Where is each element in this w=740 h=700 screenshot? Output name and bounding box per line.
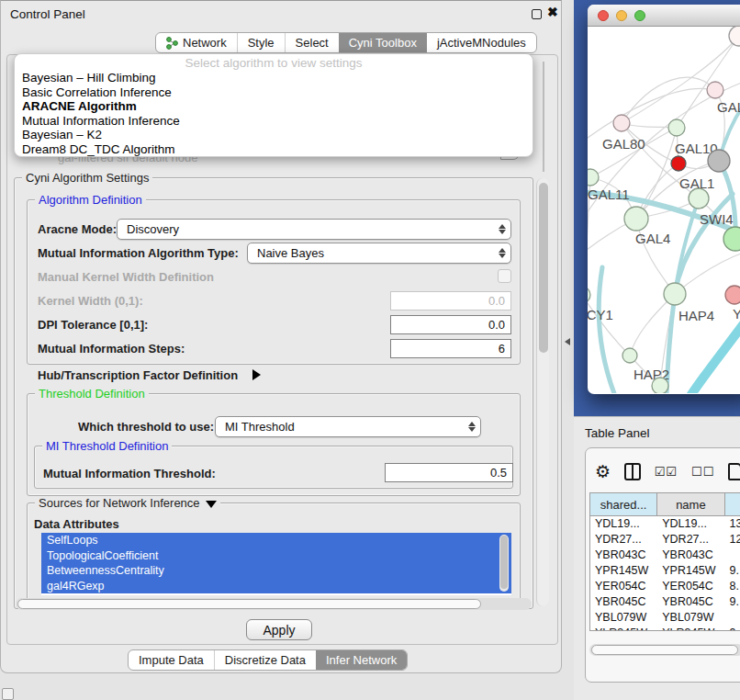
attribute-item-selected[interactable]: TopologicalCoefficient: [41, 548, 511, 564]
which-threshold-combo[interactable]: MI Threshold: [215, 416, 481, 437]
network-node-hap4[interactable]: [664, 283, 686, 305]
sources-collapse-arrow-icon[interactable]: [206, 501, 217, 508]
settings-vertical-scrollbar[interactable]: [536, 178, 549, 606]
hub-definition-label: Hub/Transcription Factor Definition: [38, 368, 238, 382]
table-row[interactable]: YLR345W YLR345W 9.: [590, 626, 740, 631]
mi-type-combo[interactable]: Naive Bayes: [247, 243, 511, 264]
settings-scrollbar-thumb[interactable]: [539, 183, 548, 353]
table-row[interactable]: YER054C YER054C 8.: [590, 579, 740, 594]
network-edge[interactable]: [690, 319, 740, 393]
tab-style[interactable]: Style: [237, 33, 285, 52]
network-node-gal[interactable]: [707, 82, 723, 98]
taskbar-mini-icon[interactable]: [2, 688, 14, 700]
network-node-gal4[interactable]: [624, 207, 648, 231]
network-edge[interactable]: [588, 295, 630, 356]
table-horizontal-scrollbar[interactable]: [589, 644, 740, 656]
manual-kernel-checkbox[interactable]: [498, 269, 511, 283]
tab-infer-network[interactable]: Infer Network: [316, 650, 407, 670]
apply-button[interactable]: Apply: [246, 619, 312, 640]
threshold-definition-title: Threshold Definition: [35, 387, 149, 401]
network-graph-svg[interactable]: GALGAL80GAL10GAL11GAL1GAL4SWI4HAP4YGCY1H…: [588, 27, 740, 393]
algorithm-option[interactable]: ARACNE Algorithm: [15, 99, 533, 114]
tab-discretize-data[interactable]: Discretize Data: [214, 650, 316, 670]
network-node[interactable]: [708, 150, 730, 172]
hub-expand-arrow-icon[interactable]: [252, 369, 261, 380]
dpi-tolerance-field[interactable]: [390, 315, 511, 334]
network-node-gcy1[interactable]: [588, 287, 590, 303]
network-view-window: GALGAL80GAL10GAL11GAL1GAL4SWI4HAP4YGCY1H…: [588, 5, 740, 394]
close-icon[interactable]: ✖: [547, 5, 558, 19]
mi-threshold-label: Mutual Information Threshold:: [43, 467, 216, 480]
algorithm-option[interactable]: Bayesian – Hill Climbing: [15, 71, 533, 85]
settings-group-title: Cyni Algorithm Settings: [22, 171, 152, 185]
panel-divider-arrow[interactable]: [565, 338, 570, 345]
algorithm-option[interactable]: Dream8 DC_TDC Algorithm: [15, 142, 533, 157]
network-node-gal11[interactable]: [588, 169, 599, 186]
tab-select[interactable]: Select: [285, 33, 339, 52]
network-canvas[interactable]: GALGAL80GAL10GAL11GAL1GAL4SWI4HAP4YGCY1H…: [588, 27, 740, 393]
network-node-gal1[interactable]: [689, 188, 709, 209]
table-row[interactable]: YBL079W YBL079W: [590, 610, 740, 626]
document-icon[interactable]: [728, 463, 740, 480]
columns-icon[interactable]: [624, 463, 641, 480]
algorithm-dropdown-placeholder: Select algorithm to view settings: [15, 56, 533, 71]
tab-jactivemnodules[interactable]: jActiveMNodules: [427, 33, 536, 52]
network-node-gal10[interactable]: [668, 119, 685, 136]
column-header-shared-name[interactable]: shared...: [590, 493, 657, 515]
node-attribute-table[interactable]: shared... name A YDL19... YDL19... 13 YD…: [589, 492, 740, 631]
network-node-swi4[interactable]: [723, 227, 740, 251]
kernel-width-field[interactable]: [390, 291, 511, 310]
mi-steps-label: Mutual Information Steps:: [38, 342, 185, 356]
network-node-hap2[interactable]: [622, 348, 637, 363]
algorithm-option[interactable]: Mutual Information Inference: [15, 114, 533, 129]
table-row[interactable]: YBR045C YBR045C 9.: [590, 594, 740, 610]
mi-type-label: Mutual Information Algorithm Type:: [38, 246, 239, 260]
settings-hscroll-thumb[interactable]: [17, 599, 481, 609]
zoom-traffic-light-icon[interactable]: [634, 10, 645, 21]
data-attributes-list[interactable]: SelfLoops TopologicalCoefficient Between…: [41, 533, 511, 595]
attributes-list-scrollbar[interactable]: [499, 535, 509, 592]
algorithm-option[interactable]: Basic Correlation Inference: [15, 85, 533, 100]
tab-impute-data[interactable]: Impute Data: [129, 650, 214, 670]
attribute-item-selected[interactable]: BetweennessCentrality: [41, 563, 511, 579]
network-node-y[interactable]: [725, 286, 740, 304]
mi-steps-field[interactable]: [390, 339, 511, 358]
table-header-row: shared... name A: [590, 493, 740, 516]
control-panel-window: Control Panel ✖ Network Style Select Cyn…: [0, 0, 562, 673]
network-node[interactable]: [652, 378, 668, 393]
algorithm-option[interactable]: Bayesian – K2: [15, 128, 533, 142]
table-row[interactable]: YBR043C YBR043C: [590, 548, 740, 563]
attribute-item-selected[interactable]: SelfLoops: [41, 533, 511, 548]
table-body: YDL19... YDL19... 13 YDR27... YDR27... 1…: [590, 516, 740, 631]
settings-horizontal-scrollbar[interactable]: [16, 598, 532, 610]
deselect-all-checkboxes-icon[interactable]: ☐☐: [691, 465, 714, 479]
network-node-label: GAL80: [602, 136, 645, 152]
tab-network[interactable]: Network: [156, 33, 237, 52]
network-edge[interactable]: [622, 77, 715, 123]
column-header-partial[interactable]: A: [725, 493, 740, 515]
table-hscroll-thumb[interactable]: [591, 645, 738, 655]
attribute-item-selected[interactable]: gal4RGexp: [41, 579, 511, 594]
window-title: Control Panel: [10, 7, 85, 21]
data-attributes-label: Data Attributes: [34, 517, 119, 531]
network-window-titlebar[interactable]: [588, 5, 740, 27]
select-all-checkboxes-icon[interactable]: ☑☑: [655, 465, 678, 479]
table-row[interactable]: YDR27... YDR27... 12: [590, 532, 740, 548]
network-node-gal80[interactable]: [613, 115, 630, 131]
table-row[interactable]: YDL19... YDL19... 13: [590, 516, 740, 532]
column-header-name[interactable]: name: [657, 493, 724, 515]
mi-threshold-field[interactable]: [385, 463, 513, 482]
cyni-mode-tabbar: Impute Data Discretize Data Infer Networ…: [128, 649, 408, 671]
close-traffic-light-icon[interactable]: [598, 10, 609, 21]
tab-cyni-toolbox[interactable]: Cyni Toolbox: [339, 33, 427, 52]
network-node[interactable]: [729, 27, 740, 46]
float-window-icon[interactable]: [532, 9, 542, 19]
aracne-mode-combo[interactable]: Discovery: [117, 219, 511, 240]
network-icon: [166, 37, 178, 50]
table-row[interactable]: YPR145W YPR145W 9.: [590, 563, 740, 579]
network-node[interactable]: [671, 156, 686, 171]
minimize-traffic-light-icon[interactable]: [616, 10, 627, 21]
network-node-label: GCY1: [588, 307, 613, 322]
gear-icon[interactable]: ⚙: [595, 463, 611, 480]
network-node-label: GAL11: [588, 186, 630, 202]
